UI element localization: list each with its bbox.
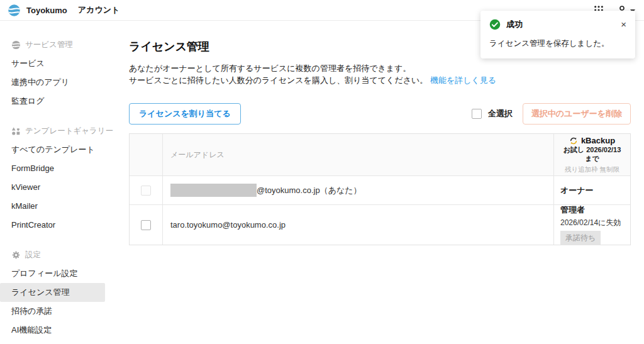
brand[interactable]: Toyokumo アカウント [8,4,119,17]
license-table: メールアドレス kBackup お試し 202 [129,133,631,245]
kbackup-icon [569,136,578,145]
toast-title: 成功 [506,19,523,30]
sidebar-item-profile-settings[interactable]: プロフィール設定 [0,264,129,283]
table-row: @toyokumo.co.jp（あなた） オーナー [130,175,630,204]
kbackup-column-header: kBackup お試し 2026/02/13 まで 残り追加枠 無制限 [553,134,630,175]
sidebar: サービス管理 サービス 連携中のアプリ 監査ログ テンプレートギャラリー すべて… [0,21,129,340]
select-all-checkbox[interactable] [472,109,482,119]
shapes-grid-icon [11,126,21,136]
select-all-label[interactable]: 全選択 [488,108,513,119]
redacted-email-local [170,184,257,197]
sidebar-item-ai-settings[interactable]: AI機能設定 [0,321,129,340]
remaining-slots: 残り追加枠 無制限 [565,165,619,174]
gear-icon [11,250,21,260]
sidebar-section-template-gallery: テンプレートギャラリー [0,126,129,136]
email-column-header: メールアドレス [163,134,553,175]
toolbar: ライセンスを割り当てる 全選択 選択中のユーザーを削除 [129,103,631,125]
sidebar-item-services[interactable]: サービス [0,54,129,73]
sidebar-item-kmailer[interactable]: kMailer [0,197,129,216]
success-check-icon [489,19,501,30]
feature-details-link[interactable]: 機能を詳しく見る [430,75,496,85]
table-header-row: メールアドレス kBackup お試し 202 [130,134,630,175]
table-row: taro.toyokumo@toyokumo.co.jp 管理者 2026/02… [130,204,630,245]
main-content: ライセンス管理 あなたがオーナーとして所有するサービスに複数の管理者を招待できま… [129,21,644,340]
admin-role-cell: 管理者 2026/02/14に失効 承諾待ち [553,205,630,245]
trial-period-line2: まで [585,154,599,163]
sidebar-item-all-templates[interactable]: すべてのテンプレート [0,140,129,159]
page-description: あなたがオーナーとして所有するサービスに複数の管理者を招待できます。 サービスご… [129,62,631,86]
service-name: kBackup [581,136,615,145]
header-checkbox-cell [130,134,163,175]
section-label: 設定 [25,250,41,260]
trial-period-line1: お試し 2026/02/13 [564,145,621,154]
owner-email-cell: @toyokumo.co.jp（あなた） [163,176,553,204]
sidebar-item-kviewer[interactable]: kViewer [0,178,129,197]
sidebar-item-license-management[interactable]: ライセンス管理 [0,283,105,302]
section-label: サービス管理 [25,40,73,50]
success-toast: 成功 × ライセンス管理を保存しました。 [480,11,635,58]
role-label: 管理者 [560,204,585,216]
section-label: テンプレートギャラリー [25,126,113,136]
owner-role-cell: オーナー [553,176,630,204]
expiry-date: 2026/02/14に失効 [560,218,621,228]
sidebar-section-settings: 設定 [0,250,129,260]
role-label: オーナー [560,185,594,196]
close-icon[interactable]: × [621,20,626,29]
owner-email-suffix: @toyokumo.co.jp（あなた） [257,185,362,196]
sidebar-item-connected-apps[interactable]: 連携中のアプリ [0,73,129,92]
sidebar-item-printcreator[interactable]: PrintCreator [0,216,129,235]
row-checkbox-owner [141,186,151,196]
assign-license-button[interactable]: ライセンスを割り当てる [129,103,241,125]
app-name: アカウント [78,4,120,16]
pending-approval-badge: 承諾待ち [560,231,601,245]
toyokumo-logo-icon [8,4,21,17]
toast-message: ライセンス管理を保存しました。 [489,38,626,49]
delete-selected-users-button: 選択中のユーザーを削除 [523,103,631,125]
description-line-2: サービスごとに招待したい人数分のライセンスを購入し、割り当ててください。 [129,75,428,85]
toyokumo-mark-icon [11,40,21,50]
row-checkbox-admin[interactable] [141,220,151,230]
description-line-1: あなたがオーナーとして所有するサービスに複数の管理者を招待できます。 [129,64,411,73]
sidebar-item-audit-log[interactable]: 監査ログ [0,92,129,111]
sidebar-item-formbridge[interactable]: FormBridge [0,159,129,178]
brand-name: Toyokumo [26,6,67,15]
admin-email-cell: taro.toyokumo@toyokumo.co.jp [163,205,553,245]
sidebar-item-invitation-acceptance[interactable]: 招待の承諾 [0,302,129,321]
sidebar-section-service-management: サービス管理 [0,40,129,50]
